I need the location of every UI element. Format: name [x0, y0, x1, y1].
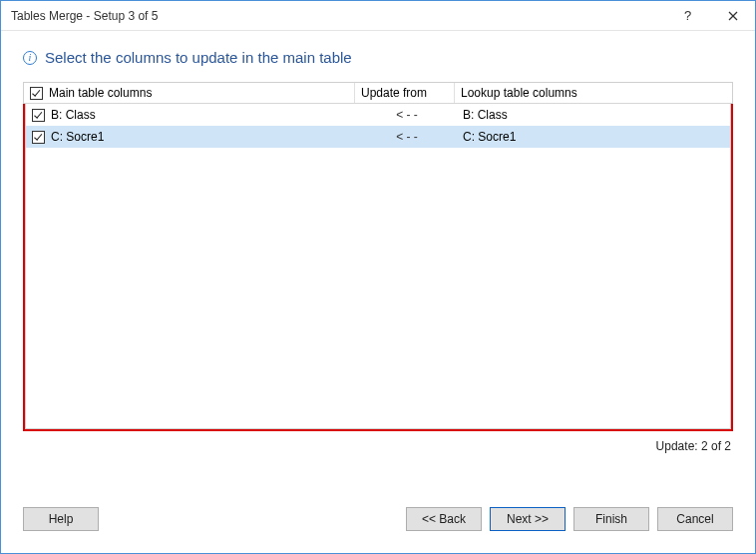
header-update-from[interactable]: Update from [355, 83, 455, 103]
next-button[interactable]: Next >> [490, 507, 566, 531]
help-icon[interactable]: ? [665, 1, 710, 30]
table-row[interactable]: B: Class < - - B: Class [26, 104, 730, 126]
heading-row: i Select the columns to update in the ma… [23, 49, 733, 66]
dialog-footer: Help << Back Next >> Finish Cancel [1, 499, 755, 553]
arrow-icon: < - - [357, 130, 457, 144]
help-button[interactable]: Help [23, 507, 99, 531]
dialog-window: Tables Merge - Setup 3 of 5 ? i Select t… [0, 0, 756, 554]
finish-button[interactable]: Finish [573, 507, 649, 531]
header-update-label: Update from [361, 86, 427, 100]
lookup-col-value: B: Class [457, 108, 730, 122]
info-icon: i [23, 51, 37, 65]
header-lookup-columns[interactable]: Lookup table columns [455, 83, 716, 103]
header-main-columns[interactable]: Main table columns [24, 83, 355, 103]
page-title: Select the columns to update in the main… [45, 49, 352, 66]
dialog-content: i Select the columns to update in the ma… [1, 31, 755, 499]
back-button[interactable]: << Back [406, 507, 482, 531]
main-col-value: C: Socre1 [51, 130, 104, 144]
window-title: Tables Merge - Setup 3 of 5 [11, 9, 665, 23]
header-tail [716, 83, 732, 103]
table-empty-area [25, 148, 731, 429]
main-col-value: B: Class [51, 108, 96, 122]
table-header-row: Main table columns Update from Lookup ta… [23, 82, 733, 104]
status-text: Update: 2 of 2 [23, 431, 733, 453]
table-body-highlight: B: Class < - - B: Class C: Socre1 < - - … [23, 104, 733, 431]
titlebar: Tables Merge - Setup 3 of 5 ? [1, 1, 755, 31]
titlebar-controls: ? [665, 1, 755, 30]
lookup-col-value: C: Socre1 [457, 130, 730, 144]
select-all-checkbox[interactable] [30, 87, 43, 100]
row-checkbox[interactable] [32, 109, 45, 122]
close-icon[interactable] [710, 1, 755, 30]
header-main-label: Main table columns [49, 86, 152, 100]
columns-table: Main table columns Update from Lookup ta… [23, 84, 733, 431]
table-body: B: Class < - - B: Class C: Socre1 < - - … [25, 104, 731, 148]
arrow-icon: < - - [357, 108, 457, 122]
header-lookup-label: Lookup table columns [461, 86, 577, 100]
table-row[interactable]: C: Socre1 < - - C: Socre1 [26, 126, 730, 148]
cancel-button[interactable]: Cancel [657, 507, 733, 531]
row-checkbox[interactable] [32, 131, 45, 144]
